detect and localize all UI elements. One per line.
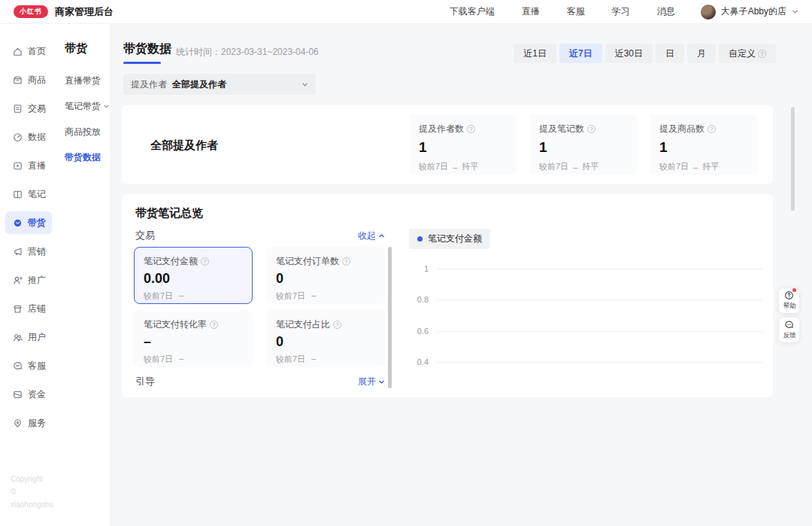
feedback-label: 反馈 xyxy=(783,330,795,339)
sidebar-item-service[interactable]: 服务 xyxy=(5,412,52,434)
stat-block-mentioned-products: 提及商品数 1 较前7日–持平 xyxy=(650,114,757,175)
stat-time-range: 统计时间：2023-03-31~2023-04-06 xyxy=(176,46,319,59)
info-icon xyxy=(758,50,766,58)
range-button-custom[interactable]: 自定义 xyxy=(719,44,776,63)
chart-legend[interactable]: 笔记支付金额 xyxy=(409,229,490,249)
submenu-item-label: 带货数据 xyxy=(65,144,101,170)
date-range-group: 近1日 近7日 近30日 日 月 自定义 xyxy=(514,44,776,63)
primary-sidebar: 首页 商品 交易 数据 直播 笔记 带货 营销 xyxy=(0,24,57,526)
range-button-7d[interactable]: 近7日 xyxy=(559,44,602,63)
info-icon xyxy=(201,257,209,266)
collapse-button[interactable]: 收起 xyxy=(358,229,385,242)
xiaohongshu-logo[interactable]: 小红书 xyxy=(14,5,48,18)
marketing-icon xyxy=(12,246,23,257)
sidebar-item-marketing[interactable]: 营销 xyxy=(5,240,52,263)
metric-tile-note-pay-amount[interactable]: 笔记支付金额 0.00 较前7日– xyxy=(134,247,253,304)
sidebar-item-trade[interactable]: 交易 xyxy=(5,97,52,120)
trade-icon xyxy=(12,103,23,114)
y-axis-tick: 0.6 xyxy=(408,327,429,336)
sidebar-item-funds[interactable]: 资金 xyxy=(5,383,52,406)
merchant-admin-screen: 小红书 商家管理后台 下载客户端 直播 客服 学习 消息 大鼻子Abby的店 首… xyxy=(0,0,812,526)
nav-customer-service[interactable]: 客服 xyxy=(567,5,585,18)
note-selling-overview-card: 带货笔记总览 交易 收起 笔记支付金额 0.00 较前7日– xyxy=(122,194,773,397)
nav-live[interactable]: 直播 xyxy=(522,5,540,18)
nav-learn[interactable]: 学习 xyxy=(612,5,630,18)
range-button-1d[interactable]: 近1日 xyxy=(514,44,556,63)
metric-tile-note-pay-orders[interactable]: 笔记支付订单数 0 较前7日– xyxy=(266,247,385,304)
feedback-button[interactable]: 反馈 xyxy=(779,318,799,342)
main-content: 带货数据 统计时间：2023-03-31~2023-04-06 近1日 近7日 … xyxy=(111,24,812,526)
range-button-day[interactable]: 日 xyxy=(656,44,684,63)
sidebar-item-label: 直播 xyxy=(28,160,46,172)
tile-label: 笔记支付金额 xyxy=(144,255,243,268)
chevron-down-icon xyxy=(378,379,385,385)
account-menu[interactable]: 大鼻子Abby的店 xyxy=(701,5,798,20)
tile-value: 0 xyxy=(276,334,375,350)
nav-messages[interactable]: 消息 xyxy=(657,5,675,18)
home-icon xyxy=(12,46,23,57)
tile-label: 笔记支付订单数 xyxy=(276,255,375,268)
promote-icon xyxy=(12,275,23,286)
gridline xyxy=(438,269,762,269)
sidebar-item-data[interactable]: 数据 xyxy=(5,126,52,148)
selling-icon xyxy=(12,217,23,229)
info-icon[interactable] xyxy=(587,125,595,133)
submenu-item-selling-data[interactable]: 带货数据 xyxy=(57,144,111,170)
y-axis-tick: 0.4 xyxy=(408,357,429,366)
sidebar-item-support[interactable]: 客服 xyxy=(5,354,52,377)
gridline xyxy=(438,362,762,363)
sidebar-item-selling[interactable]: 带货 xyxy=(5,211,52,234)
nav-download-client[interactable]: 下载客户端 xyxy=(450,5,495,18)
submenu-title: 带货 xyxy=(65,41,111,56)
info-icon xyxy=(342,257,350,266)
sidebar-item-label: 用户 xyxy=(28,331,46,344)
author-filter-dropdown[interactable]: 提及作者 全部提及作者 xyxy=(123,74,316,95)
tile-label: 笔记支付转化率 xyxy=(144,318,243,331)
sidebar-item-goods[interactable]: 商品 xyxy=(5,68,52,91)
stat-compare: 较前7日–持平 xyxy=(419,161,508,172)
submenu-item-note-selling[interactable]: 笔记带货 xyxy=(57,93,111,119)
legend-label: 笔记支付金额 xyxy=(428,233,482,245)
page-tab-selling-data[interactable]: 带货数据 xyxy=(123,41,171,57)
stat-label: 提及作者数 xyxy=(419,123,508,135)
sidebar-item-label: 客服 xyxy=(28,360,46,372)
range-button-month[interactable]: 月 xyxy=(687,44,716,63)
submenu-item-live-selling[interactable]: 直播带货 xyxy=(57,68,111,93)
chevron-down-icon xyxy=(103,103,110,110)
metric-tile-note-pay-share[interactable]: 笔记支付占比 0 较前7日– xyxy=(266,310,385,367)
tiles-scrollbar[interactable] xyxy=(388,247,392,388)
submenu-item-product-placement[interactable]: 商品投放 xyxy=(57,119,111,144)
filter-label: 提及作者 xyxy=(131,78,167,91)
help-label: 帮助 xyxy=(783,301,795,310)
sidebar-item-users[interactable]: 用户 xyxy=(5,326,52,348)
top-bar: 小红书 商家管理后台 下载客户端 直播 客服 学习 消息 大鼻子Abby的店 xyxy=(0,0,812,24)
stat-compare: 较前7日–持平 xyxy=(539,161,628,172)
users-icon xyxy=(12,332,23,343)
sidebar-item-home[interactable]: 首页 xyxy=(5,40,52,62)
sidebar-item-live[interactable]: 直播 xyxy=(5,154,52,177)
sidebar-item-label: 数据 xyxy=(28,131,46,144)
service-icon xyxy=(12,418,23,429)
sidebar-item-notes[interactable]: 笔记 xyxy=(5,183,52,205)
info-icon[interactable] xyxy=(707,125,716,133)
data-icon xyxy=(12,132,23,143)
chart-gridline: 0.8 xyxy=(408,294,762,305)
active-tab-underline xyxy=(123,62,161,64)
sidebar-item-promotion[interactable]: 推广 xyxy=(5,269,52,291)
main-scrollbar[interactable] xyxy=(791,107,795,211)
help-button[interactable]: 帮助 xyxy=(779,288,799,313)
range-button-30d[interactable]: 近30日 xyxy=(605,44,653,63)
metric-tile-note-pay-conversion[interactable]: 笔记支付转化率 – 较前7日– xyxy=(134,310,253,367)
tile-value: – xyxy=(144,334,243,350)
copyright: Copyright © xiaohongshu xyxy=(11,473,57,511)
expand-button[interactable]: 展开 xyxy=(358,375,385,388)
sidebar-item-label: 资金 xyxy=(28,388,46,401)
sidebar-item-shop[interactable]: 店铺 xyxy=(5,297,52,320)
chart-gridline: 1 xyxy=(408,263,762,274)
stat-value: 1 xyxy=(659,139,748,156)
support-icon xyxy=(12,360,23,372)
metric-tiles: 笔记支付金额 0.00 较前7日– 笔记支付订单数 0 较前7日– xyxy=(134,247,385,367)
trade-section-header: 交易 收起 xyxy=(135,229,385,242)
info-icon[interactable] xyxy=(467,125,475,133)
submenu-item-label: 笔记带货 xyxy=(65,93,101,119)
